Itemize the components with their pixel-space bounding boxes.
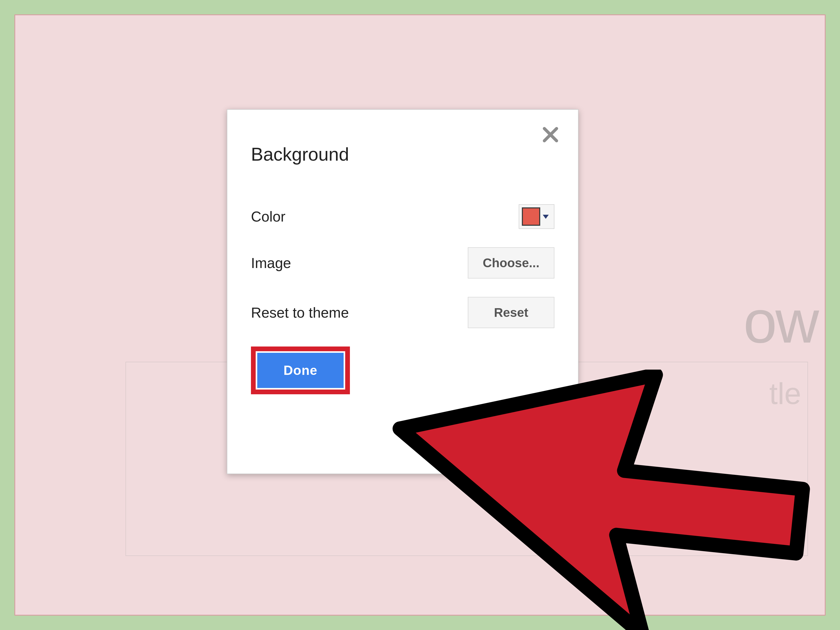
color-swatch-icon xyxy=(522,207,540,226)
row-image: Image Choose... xyxy=(251,247,554,278)
close-button[interactable] xyxy=(541,125,560,144)
slide-title-partial: ow xyxy=(744,287,818,357)
done-button[interactable]: Done xyxy=(257,353,344,388)
color-label: Color xyxy=(251,208,285,225)
image-label: Image xyxy=(251,255,291,272)
row-color: Color xyxy=(251,204,554,229)
reset-label: Reset to theme xyxy=(251,304,349,321)
background-dialog: Background Color Image Choose... Reset t… xyxy=(227,109,579,474)
choose-image-button[interactable]: Choose... xyxy=(468,247,554,278)
row-reset: Reset to theme Reset xyxy=(251,297,554,328)
svg-marker-2 xyxy=(543,215,549,219)
dialog-action-row: Done xyxy=(251,346,554,394)
slide-subtitle-partial: tle xyxy=(769,376,801,411)
dialog-rows: Color Image Choose... Reset to theme Res… xyxy=(251,204,554,328)
dialog-title: Background xyxy=(251,144,554,165)
reset-button[interactable]: Reset xyxy=(468,297,554,328)
tutorial-frame: ow tle Background Color Image xyxy=(14,14,826,616)
color-picker-button[interactable] xyxy=(519,204,554,229)
close-icon xyxy=(541,125,560,144)
caret-down-icon xyxy=(541,212,550,221)
done-button-highlight: Done xyxy=(251,346,350,394)
